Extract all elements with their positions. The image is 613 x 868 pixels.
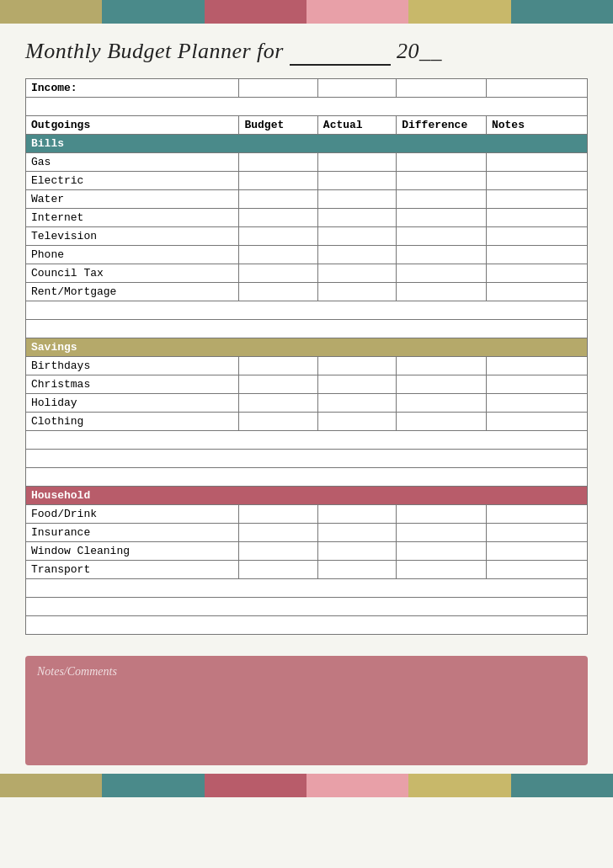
item-television: Television [26,227,239,246]
blank-row-3 [26,320,588,338]
title-main: Monthly Budget Planner for [25,39,284,63]
top-bar-olive [408,0,510,24]
table-row: Council Tax [26,264,588,283]
table-row: Internet [26,209,588,227]
item-electric: Electric [26,172,239,190]
bottom-bar-rose [205,774,306,797]
top-bar-pink [306,0,408,24]
item-holiday: Holiday [26,394,239,413]
item-gas: Gas [26,153,239,172]
header-difference: Difference [397,116,487,135]
header-notes: Notes [486,116,587,135]
title-year-suffix: __ [419,39,442,63]
category-household-row: Household [26,487,588,505]
income-actual [317,79,396,98]
item-transport: Transport [26,561,239,579]
income-budget [239,79,317,98]
item-phone: Phone [26,246,239,264]
table-row: Insurance [26,524,588,542]
table-row: Television [26,227,588,246]
bills-label: Bills [26,135,588,153]
table-row: Water [26,190,588,209]
notes-label: Notes/Comments [37,665,117,678]
blank-row-7 [26,579,588,598]
bottom-bar-pink [306,774,408,797]
item-council-tax: Council Tax [26,264,239,283]
table-row: Gas [26,153,588,172]
header-actual: Actual [317,116,396,135]
top-bar-rose [205,0,306,24]
blank-row-1 [26,98,588,116]
item-clothing: Clothing [26,413,239,431]
blank-row-5 [26,450,588,468]
blank-row-8 [26,598,588,616]
bottom-bar-teal2 [511,774,613,797]
header-outgoings: Outgoings [26,116,239,135]
blank-row-9 [26,616,588,635]
bottom-bar-gold [0,774,102,797]
header-budget: Budget [239,116,317,135]
table-row: Birthdays [26,357,588,375]
table-row: Food/Drink [26,505,588,524]
title-area: Monthly Budget Planner for 20__ [0,24,613,74]
budget-table: Income: Outgoings Budget Actual Differen… [25,78,588,635]
main-content: Income: Outgoings Budget Actual Differen… [0,74,613,647]
income-notes [486,79,587,98]
bottom-bar-teal [102,774,204,797]
top-bar-gold [0,0,102,24]
item-rent-mortgage: Rent/Mortgage [26,283,239,301]
item-birthdays: Birthdays [26,357,239,375]
top-bar-teal2 [511,0,613,24]
bottom-bar-olive [408,774,510,797]
blank-row-2 [26,301,588,320]
table-row: Rent/Mortgage [26,283,588,301]
table-row: Window Cleaning [26,542,588,561]
household-label: Household [26,487,588,505]
table-row: Phone [26,246,588,264]
top-bar-teal [102,0,204,24]
income-row: Income: [26,79,588,98]
savings-label: Savings [26,338,588,357]
category-bills-row: Bills [26,135,588,153]
table-row: Transport [26,561,588,579]
category-savings-row: Savings [26,338,588,357]
blank-row-6 [26,468,588,487]
top-color-bar [0,0,613,24]
item-food-drink: Food/Drink [26,505,239,524]
income-difference [397,79,487,98]
page-title: Monthly Budget Planner for 20__ [25,39,442,63]
blank-row-4 [26,431,588,450]
item-christmas: Christmas [26,375,239,394]
income-label: Income: [26,79,239,98]
item-internet: Internet [26,209,239,227]
item-water: Water [26,190,239,209]
table-row: Holiday [26,394,588,413]
table-row: Electric [26,172,588,190]
table-row: Christmas [26,375,588,394]
item-window-cleaning: Window Cleaning [26,542,239,561]
table-row: Clothing [26,413,588,431]
notes-section: Notes/Comments [25,656,588,765]
title-name-line [290,39,391,66]
bottom-color-bar [0,774,613,797]
column-headers-row: Outgoings Budget Actual Difference Notes [26,116,588,135]
title-year-prefix: 20 [397,39,419,63]
item-insurance: Insurance [26,524,239,542]
